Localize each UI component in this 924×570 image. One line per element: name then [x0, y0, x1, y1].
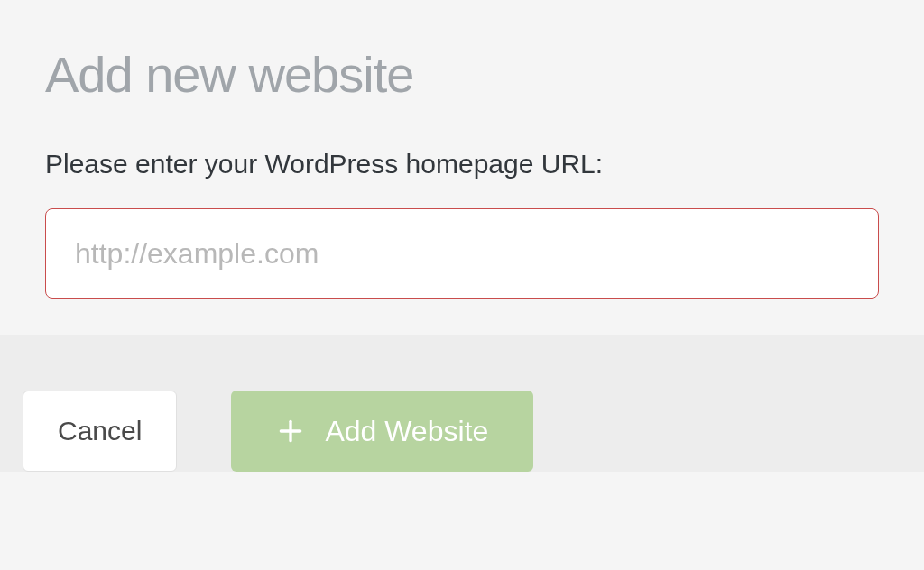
add-website-dialog: Add new website Please enter your WordPr…: [0, 0, 924, 570]
form-section: Please enter your WordPress homepage URL…: [0, 149, 924, 335]
footer-section: Cancel Add Website: [0, 335, 924, 472]
add-website-button-label: Add Website: [325, 415, 488, 448]
header-section: Add new website: [0, 0, 924, 149]
url-input-label: Please enter your WordPress homepage URL…: [45, 149, 879, 179]
url-input[interactable]: [45, 208, 879, 299]
add-website-button[interactable]: Add Website: [231, 391, 533, 472]
plus-icon: [276, 417, 305, 446]
cancel-button-label: Cancel: [58, 416, 142, 446]
cancel-button[interactable]: Cancel: [23, 391, 177, 472]
page-title: Add new website: [45, 45, 879, 104]
